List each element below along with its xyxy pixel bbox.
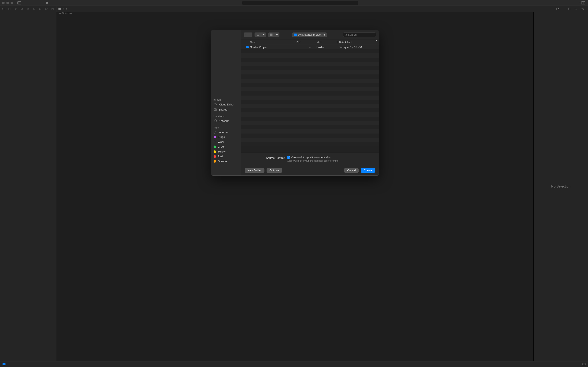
sidebar-tag-item[interactable]: Purple (211, 134, 241, 139)
chevron-down-icon (261, 33, 266, 37)
forward-button[interactable]: › (66, 7, 67, 10)
debug-bar (0, 361, 588, 367)
help-inspector-icon[interactable]: ? (581, 7, 584, 10)
add-editor-icon[interactable] (556, 7, 562, 10)
options-button[interactable]: Options (267, 168, 282, 173)
file-list[interactable]: Starter Project -- Folder Today at 12:07… (241, 45, 379, 153)
sidebar-tag-item[interactable]: Important (211, 130, 241, 134)
sidebar-item-label: Network (219, 119, 229, 123)
source-control-navigator-icon[interactable] (8, 7, 11, 10)
sidebar-tag-item[interactable]: Red (211, 154, 241, 159)
column-name[interactable]: Name (241, 41, 295, 43)
navigator-area (0, 12, 56, 361)
svg-line-7 (22, 9, 23, 10)
activity-status-bar[interactable] (242, 1, 358, 5)
chevron-down-icon (274, 33, 280, 37)
sidebar-tag-item[interactable]: Orange (211, 159, 241, 164)
file-row (241, 100, 379, 104)
report-navigator-icon[interactable] (51, 7, 54, 10)
git-checkbox-row[interactable]: Create Git repository on my Mac (287, 156, 375, 159)
git-checkbox[interactable] (287, 156, 290, 159)
svg-point-20 (215, 109, 216, 110)
sidebar-section-tags: Tags (211, 125, 241, 130)
inspector-area: No Selection (533, 12, 588, 361)
updown-arrows-icon (324, 33, 326, 36)
close-window-button[interactable] (2, 2, 5, 4)
new-folder-button[interactable]: New Folder (245, 168, 264, 173)
column-date-added[interactable]: Date Added (338, 41, 379, 43)
save-panel-footer: New Folder Options Cancel Create (241, 165, 379, 175)
create-button[interactable]: Create (361, 168, 375, 173)
library-button[interactable]: + (579, 1, 581, 5)
filter-icon[interactable] (2, 363, 6, 365)
file-row (241, 53, 379, 58)
tag-label: Orange (218, 160, 227, 163)
file-row (241, 83, 379, 87)
file-row (241, 75, 379, 79)
project-navigator-icon[interactable] (2, 7, 5, 10)
folder-icon (246, 46, 249, 49)
view-mode-list[interactable] (255, 33, 266, 37)
nav-back-button[interactable]: ‹ (244, 33, 248, 37)
list-view-icon (255, 33, 261, 37)
file-row[interactable]: Starter Project -- Folder Today at 12:07… (241, 45, 379, 49)
inspector-placeholder: No Selection (551, 184, 571, 188)
cancel-button[interactable]: Cancel (344, 168, 358, 173)
file-row (241, 70, 379, 75)
run-button[interactable] (46, 2, 49, 4)
column-size[interactable]: Size (295, 41, 315, 43)
tag-label: Green (218, 145, 225, 148)
sidebar-tag-item[interactable]: Green (211, 144, 241, 149)
minimize-window-button[interactable] (6, 2, 9, 4)
toggle-left-sidebar-button[interactable] (17, 1, 21, 4)
related-items-icon[interactable] (59, 8, 61, 10)
svg-text:?: ? (582, 8, 583, 10)
svg-line-28 (346, 35, 347, 36)
back-button[interactable]: ‹ (63, 7, 64, 10)
tag-label: Important (218, 131, 230, 134)
file-name: Starter Project (250, 46, 268, 49)
file-date: Today at 12:07 PM (338, 46, 379, 49)
test-navigator-icon[interactable] (33, 7, 36, 10)
file-row (241, 104, 379, 108)
path-popup-button[interactable]: swift-starter-project (292, 33, 327, 37)
file-row (241, 87, 379, 91)
file-inspector-icon[interactable] (568, 7, 571, 10)
tag-dot-icon (213, 136, 216, 138)
editor-path-bar: ‹ › (56, 7, 564, 10)
toggle-right-sidebar-button[interactable] (581, 1, 585, 4)
history-inspector-icon[interactable] (574, 7, 578, 10)
search-field[interactable] (343, 33, 376, 37)
zoom-window-button[interactable] (10, 2, 13, 4)
sidebar-item-shared[interactable]: Shared (211, 107, 241, 112)
search-input[interactable] (348, 33, 379, 36)
symbol-navigator-icon[interactable] (14, 7, 17, 10)
save-panel-main: ‹ › swift-starter-p (241, 30, 379, 175)
debug-navigator-icon[interactable] (39, 7, 42, 10)
file-row (241, 49, 379, 53)
navigator-selector (0, 6, 56, 12)
find-navigator-icon[interactable] (20, 7, 24, 10)
tag-dot-icon (213, 131, 216, 133)
file-row (241, 108, 379, 112)
file-row (241, 112, 379, 117)
file-row (241, 129, 379, 133)
issue-navigator-icon[interactable] (26, 7, 30, 10)
breakpoint-navigator-icon[interactable] (45, 7, 48, 10)
svg-line-2 (9, 8, 11, 10)
sidebar-tag-item[interactable]: Work (211, 139, 241, 144)
file-row (241, 138, 379, 142)
window-controls (2, 2, 13, 4)
file-list-header: Name Size Kind Date Added (241, 39, 379, 45)
toggle-debug-area-icon[interactable] (582, 363, 586, 365)
sidebar-item-network[interactable]: Network (211, 118, 241, 123)
group-by-button[interactable] (268, 33, 280, 37)
grid-icon (268, 33, 274, 37)
sidebar-item-icloud-drive[interactable]: iCloud Drive (211, 102, 241, 107)
file-row (241, 79, 379, 83)
main-layout: No Selection iCloud iCloud Drive Shared … (0, 12, 588, 361)
file-row (241, 117, 379, 121)
column-kind[interactable]: Kind (315, 41, 338, 43)
nav-forward-button[interactable]: › (248, 33, 252, 37)
sidebar-tag-item[interactable]: Yellow (211, 149, 241, 154)
